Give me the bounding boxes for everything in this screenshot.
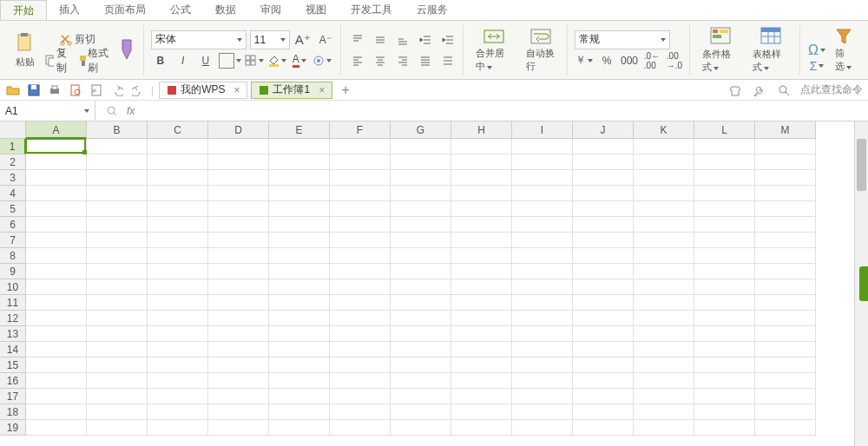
row-header[interactable]: 10	[0, 279, 26, 295]
column-header[interactable]: J	[573, 121, 634, 139]
cell[interactable]	[391, 295, 451, 311]
cell[interactable]	[694, 295, 755, 311]
fx-button[interactable]: fx	[127, 105, 135, 117]
cell[interactable]	[512, 404, 573, 420]
cell[interactable]	[573, 186, 634, 201]
cell[interactable]	[148, 373, 208, 389]
cell[interactable]	[148, 201, 208, 217]
cell[interactable]	[269, 217, 330, 233]
print-button[interactable]	[47, 82, 62, 98]
cell[interactable]	[269, 201, 330, 217]
cell[interactable]	[330, 248, 391, 264]
cell[interactable]	[694, 170, 755, 186]
cell[interactable]	[512, 389, 573, 404]
cell[interactable]	[269, 139, 330, 154]
cell[interactable]	[512, 311, 573, 326]
cell[interactable]	[26, 248, 87, 264]
row-header[interactable]: 2	[0, 154, 26, 170]
column-header[interactable]: M	[755, 121, 816, 139]
decrease-decimal-button[interactable]: .00→.0	[665, 51, 684, 70]
cell[interactable]	[573, 233, 634, 248]
cell[interactable]	[208, 389, 269, 404]
cell[interactable]	[694, 373, 755, 389]
cell[interactable]	[269, 326, 330, 342]
cell[interactable]	[694, 139, 755, 154]
conditional-format-button[interactable]: 条件格式	[697, 24, 744, 75]
cell[interactable]	[573, 295, 634, 311]
cell[interactable]	[694, 201, 755, 217]
cell[interactable]	[26, 420, 87, 436]
column-header[interactable]: C	[148, 121, 208, 139]
cell[interactable]	[269, 311, 330, 326]
undo-button[interactable]	[109, 82, 125, 98]
cell[interactable]	[87, 279, 148, 295]
cell[interactable]	[755, 389, 816, 404]
row-header[interactable]: 11	[0, 295, 26, 311]
row-header[interactable]: 19	[0, 420, 26, 436]
cell[interactable]	[451, 311, 512, 326]
cell[interactable]	[512, 201, 573, 217]
cell[interactable]	[330, 170, 391, 186]
cell[interactable]	[269, 279, 330, 295]
cell[interactable]	[694, 404, 755, 420]
cell[interactable]	[451, 389, 512, 404]
cell[interactable]	[451, 420, 512, 436]
cell[interactable]	[391, 311, 451, 326]
cell[interactable]	[512, 279, 573, 295]
cell[interactable]	[26, 357, 87, 373]
cell[interactable]	[208, 311, 269, 326]
row-header[interactable]: 1	[0, 139, 26, 154]
cell[interactable]	[512, 264, 573, 279]
cell[interactable]	[330, 326, 391, 342]
print-preview-button[interactable]	[68, 82, 83, 98]
cell[interactable]	[330, 342, 391, 357]
cell[interactable]	[451, 170, 512, 186]
cell[interactable]	[573, 201, 634, 217]
cell[interactable]	[330, 233, 391, 248]
cell[interactable]	[512, 326, 573, 342]
cell[interactable]	[148, 279, 208, 295]
cell[interactable]	[634, 170, 694, 186]
cell[interactable]	[694, 279, 755, 295]
select-all-corner[interactable]	[0, 121, 26, 139]
font-color-button[interactable]: A	[290, 51, 309, 70]
cell[interactable]	[755, 404, 816, 420]
row-header[interactable]: 7	[0, 233, 26, 248]
increase-decimal-button[interactable]: .0←.00	[642, 51, 661, 70]
skin-button[interactable]	[727, 82, 743, 98]
cell[interactable]	[634, 201, 694, 217]
merge-center-button[interactable]: 合并居中	[470, 24, 517, 75]
cell[interactable]	[512, 170, 573, 186]
cell[interactable]	[330, 373, 391, 389]
percent-button[interactable]: %	[597, 51, 616, 70]
cell[interactable]	[512, 342, 573, 357]
cell[interactable]	[26, 139, 87, 154]
row-header[interactable]: 13	[0, 326, 26, 342]
cell[interactable]	[208, 201, 269, 217]
font-family-select[interactable]: 宋体	[151, 30, 247, 49]
fill-color-button2[interactable]	[245, 51, 264, 70]
cell[interactable]	[391, 357, 451, 373]
underline-button[interactable]: U	[196, 51, 215, 70]
cell[interactable]	[573, 264, 634, 279]
cell[interactable]	[269, 342, 330, 357]
cell[interactable]	[634, 311, 694, 326]
row-header[interactable]: 3	[0, 170, 26, 186]
distribute-button[interactable]	[438, 51, 457, 70]
cell[interactable]	[330, 389, 391, 404]
cell[interactable]	[755, 170, 816, 186]
cell[interactable]	[573, 311, 634, 326]
cell[interactable]	[512, 233, 573, 248]
cell[interactable]	[694, 311, 755, 326]
cell[interactable]	[451, 326, 512, 342]
cell[interactable]	[208, 170, 269, 186]
save-button[interactable]	[26, 82, 42, 98]
cell[interactable]	[87, 264, 148, 279]
cell[interactable]	[512, 295, 573, 311]
row-header[interactable]: 9	[0, 264, 26, 279]
cell[interactable]	[148, 233, 208, 248]
cell[interactable]	[269, 264, 330, 279]
cell[interactable]	[573, 279, 634, 295]
cell[interactable]	[87, 326, 148, 342]
cell[interactable]	[391, 139, 451, 154]
